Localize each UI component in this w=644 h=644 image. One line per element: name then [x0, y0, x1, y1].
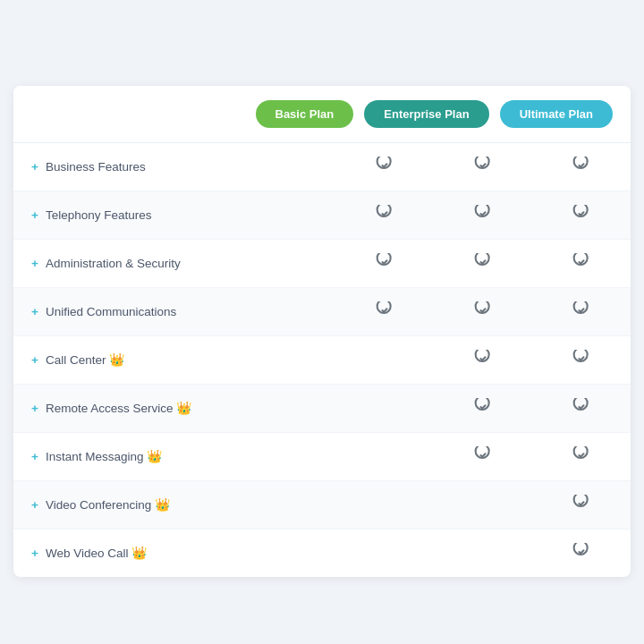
- check-cell-enterprise: [434, 288, 532, 335]
- table-row[interactable]: + Administration & Security: [13, 240, 631, 288]
- check-cell-enterprise: [434, 143, 532, 191]
- feature-name-cell: + Remote Access Service 👑: [13, 388, 335, 428]
- table-row[interactable]: + Video Conferencing 👑: [13, 481, 631, 530]
- check-cell-ultimate: [532, 530, 631, 577]
- check-cell-enterprise: [434, 191, 532, 239]
- feature-name-cell: + Instant Messaging 👑: [13, 436, 335, 476]
- plan-buttons: Basic Plan Enterprise Plan Ultimate Plan: [256, 100, 614, 128]
- check-icon: [473, 349, 493, 369]
- check-cell-basic: [335, 444, 434, 469]
- feature-name-cell: + Telephony Features: [13, 196, 335, 234]
- check-cell-enterprise: [434, 540, 532, 565]
- feature-name-cell: + Video Conferencing 👑: [13, 485, 335, 524]
- crown-icon: 👑: [131, 546, 147, 560]
- check-cell-enterprise: [434, 492, 532, 517]
- pricing-card: Basic Plan Enterprise Plan Ultimate Plan…: [13, 86, 631, 577]
- table-row[interactable]: + Instant Messaging 👑: [13, 433, 631, 481]
- feature-label: Telephony Features: [46, 208, 152, 222]
- crown-icon: 👑: [147, 449, 162, 463]
- check-icon: [375, 204, 394, 224]
- check-icon: [572, 542, 591, 562]
- expand-icon[interactable]: +: [31, 353, 38, 367]
- check-cell-basic: [335, 492, 434, 517]
- check-icon: [572, 349, 591, 369]
- feature-label: Call Center: [46, 353, 106, 367]
- table-row[interactable]: + Web Video Call 👑: [13, 530, 631, 577]
- check-icon: [572, 252, 591, 272]
- check-icon: [375, 301, 394, 320]
- ultimate-plan-button[interactable]: Ultimate Plan: [500, 100, 613, 128]
- feature-label: Business Features: [46, 160, 146, 174]
- check-cell-ultimate: [532, 336, 631, 384]
- check-icon: [473, 204, 493, 224]
- feature-name-cell: + Administration & Security: [13, 244, 335, 283]
- feature-label: Instant Messaging: [46, 450, 144, 463]
- check-icon: [572, 156, 591, 175]
- feature-label: Remote Access Service: [46, 402, 174, 415]
- feature-name-cell: + Unified Communications: [13, 292, 335, 331]
- features-table: + Business Features: [13, 143, 631, 577]
- check-icon: [572, 204, 591, 224]
- feature-label: Unified Communications: [46, 305, 176, 318]
- feature-name-cell: + Call Center 👑: [13, 340, 335, 379]
- check-cell-basic: [335, 143, 434, 191]
- check-icon: [375, 156, 394, 175]
- check-cell-enterprise: [434, 336, 532, 384]
- check-icon: [572, 397, 591, 417]
- crown-icon: 👑: [155, 497, 170, 512]
- table-row[interactable]: + Remote Access Service 👑: [13, 385, 631, 433]
- expand-icon[interactable]: +: [31, 160, 38, 174]
- check-icon: [375, 252, 394, 272]
- check-icon: [473, 301, 493, 320]
- check-cell-ultimate: [532, 288, 631, 335]
- check-icon: [473, 397, 493, 417]
- check-cell-ultimate: [532, 240, 631, 287]
- crown-icon: 👑: [109, 352, 124, 367]
- crown-icon: 👑: [176, 401, 191, 415]
- check-cell-basic: [335, 395, 434, 420]
- page-container: Basic Plan Enterprise Plan Ultimate Plan…: [0, 0, 644, 644]
- feature-name-cell: + Web Video Call 👑: [13, 533, 335, 572]
- expand-icon[interactable]: +: [31, 208, 38, 222]
- check-icon: [473, 156, 493, 175]
- feature-label: Administration & Security: [46, 257, 181, 270]
- check-cell-ultimate: [532, 481, 631, 529]
- check-cell-enterprise: [434, 385, 532, 432]
- check-icon: [572, 301, 591, 320]
- check-icon: [473, 445, 493, 465]
- expand-icon[interactable]: +: [31, 498, 38, 512]
- table-row[interactable]: + Unified Communications: [13, 288, 631, 336]
- check-icon: [572, 445, 591, 465]
- check-cell-ultimate: [532, 191, 631, 239]
- check-icon: [572, 494, 591, 513]
- expand-icon[interactable]: +: [31, 257, 38, 270]
- check-icon: [473, 252, 493, 272]
- feature-label: Video Conferencing: [46, 498, 151, 512]
- check-cell-basic: [335, 288, 434, 335]
- plan-header: Basic Plan Enterprise Plan Ultimate Plan: [13, 86, 631, 143]
- feature-label: Web Video Call: [46, 547, 129, 560]
- basic-plan-button[interactable]: Basic Plan: [256, 100, 354, 128]
- expand-icon[interactable]: +: [31, 402, 38, 415]
- feature-name-cell: + Business Features: [13, 148, 335, 186]
- expand-icon[interactable]: +: [31, 305, 38, 318]
- check-cell-enterprise: [434, 240, 532, 287]
- check-cell-basic: [335, 240, 434, 287]
- expand-icon[interactable]: +: [31, 547, 38, 560]
- check-cell-basic: [335, 540, 434, 565]
- check-cell-enterprise: [434, 433, 532, 480]
- table-row[interactable]: + Call Center 👑: [13, 336, 631, 385]
- expand-icon[interactable]: +: [31, 450, 38, 463]
- check-cell-ultimate: [532, 433, 631, 480]
- table-row[interactable]: + Telephony Features: [13, 191, 631, 240]
- check-cell-ultimate: [532, 143, 631, 191]
- check-cell-basic: [335, 347, 434, 372]
- enterprise-plan-button[interactable]: Enterprise Plan: [364, 100, 488, 128]
- check-cell-basic: [335, 191, 434, 239]
- check-cell-ultimate: [532, 385, 631, 432]
- table-row[interactable]: + Business Features: [13, 143, 631, 191]
